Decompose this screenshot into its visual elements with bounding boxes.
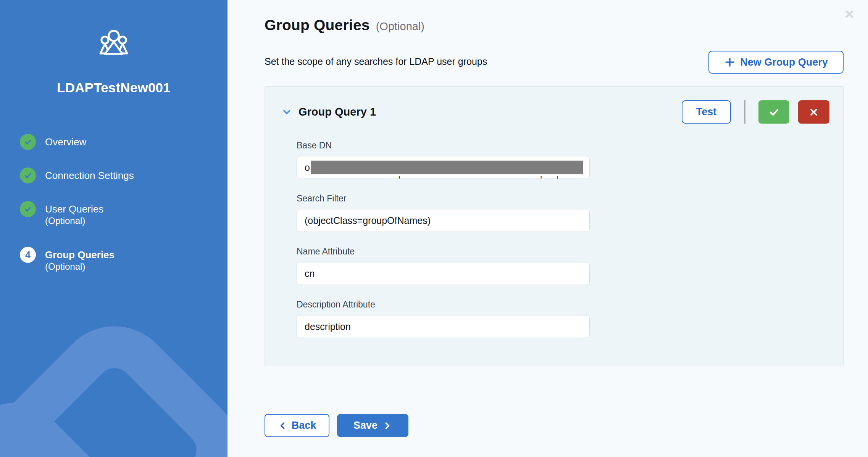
actions-divider: [744, 100, 745, 124]
step-sublabel: (Optional): [45, 216, 85, 226]
step-label: Connection Settings: [45, 170, 134, 181]
delete-x-icon: [808, 106, 820, 118]
field-description-attribute: Description Attribute: [297, 299, 590, 338]
search-filter-input[interactable]: [297, 209, 590, 232]
chevron-right-icon: [382, 421, 392, 431]
check-circle-icon: [20, 167, 36, 183]
base-dn-label: Base DN: [297, 140, 590, 151]
test-button[interactable]: Test: [682, 100, 731, 124]
base-dn-visible-value: o: [305, 162, 310, 173]
field-base-dn: Base DN o , , , l: [297, 140, 590, 179]
step-user-queries[interactable]: User Queries (Optional): [20, 201, 134, 227]
step-label: Overview: [45, 136, 86, 148]
group-queries-panel: Group Queries (Optional) Set the scope o…: [227, 0, 868, 457]
group-query-card-header: Group Query 1 Test: [281, 100, 829, 124]
page-title: Group Queries: [265, 17, 370, 34]
redaction-bar: , , ,: [311, 161, 584, 174]
confirm-query-button[interactable]: [758, 100, 789, 124]
new-group-query-button[interactable]: New Group Query: [708, 51, 844, 74]
wizard-steps: Overview Connection Settings User Querie…: [20, 134, 134, 290]
search-filter-label: Search Filter: [297, 193, 590, 204]
name-attribute-input[interactable]: [297, 262, 590, 285]
name-attribute-label: Name Attribute: [297, 246, 590, 257]
close-icon[interactable]: [843, 8, 856, 21]
plus-icon: [724, 56, 736, 68]
field-name-attribute: Name Attribute: [297, 246, 590, 285]
page-title-optional: (Optional): [376, 20, 424, 33]
check-circle-icon: [20, 134, 36, 150]
approve-check-icon: [768, 106, 781, 119]
back-label: Back: [292, 420, 316, 431]
check-circle-icon: [20, 201, 36, 217]
new-group-query-label: New Group Query: [740, 56, 828, 68]
description-attribute-label: Description Attribute: [297, 299, 590, 310]
page-subtitle: Set the scope of any searches for LDAP u…: [265, 56, 487, 67]
group-query-title: Group Query 1: [298, 106, 376, 118]
group-people-icon: [98, 29, 130, 56]
wizard-sidebar: LDAPTestNew001 Overview Connection Setti…: [0, 0, 227, 457]
group-query-fields: Base DN o , , , l Search Filter Name Att…: [297, 140, 590, 352]
step-group-queries[interactable]: 4 Group Queries (Optional): [20, 247, 134, 272]
group-query-card: Group Query 1 Test Base DN o ,: [265, 86, 844, 366]
save-label: Save: [353, 420, 378, 431]
description-attribute-input[interactable]: [297, 315, 590, 338]
chevron-down-icon[interactable]: [281, 106, 292, 118]
step-overview[interactable]: Overview: [20, 134, 134, 150]
back-button[interactable]: Back: [265, 414, 329, 437]
connector-name: LDAPTestNew001: [0, 80, 227, 95]
step-label: Group Queries: [45, 249, 115, 261]
delete-query-button[interactable]: [798, 100, 829, 124]
save-button[interactable]: Save: [337, 414, 408, 437]
step-sublabel: (Optional): [45, 261, 85, 272]
base-dn-input[interactable]: o , , , l: [297, 156, 590, 179]
group-query-actions: Test: [682, 100, 829, 124]
step-connection-settings[interactable]: Connection Settings: [20, 167, 134, 183]
field-search-filter: Search Filter: [297, 193, 590, 232]
chevron-left-icon: [278, 421, 288, 431]
page-title-row: Group Queries (Optional): [265, 17, 424, 34]
step-label: User Queries: [45, 203, 103, 215]
step-number-badge: 4: [20, 247, 36, 263]
